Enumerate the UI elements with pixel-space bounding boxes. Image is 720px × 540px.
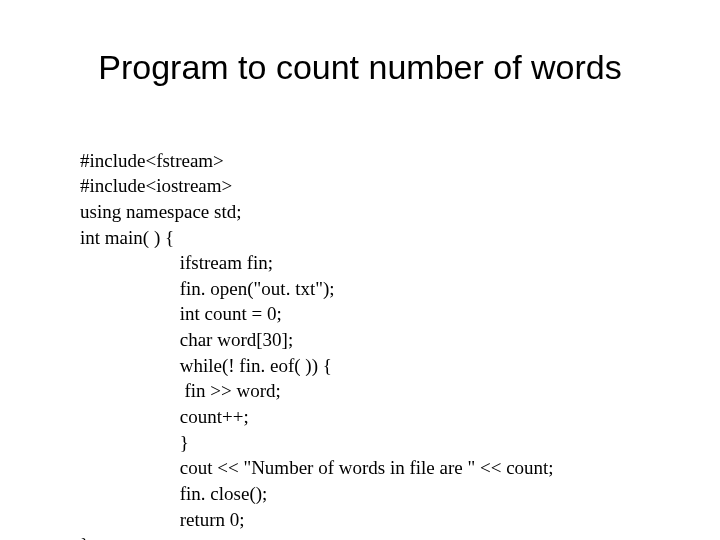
code-line: #include<fstream> (80, 150, 224, 171)
code-line: fin. close(); (80, 483, 267, 504)
code-line: int main( ) { (80, 227, 174, 248)
code-line: return 0; (80, 509, 245, 530)
code-block: #include<fstream> #include<iostream> usi… (80, 122, 554, 540)
code-line: } (80, 534, 89, 540)
code-line: int count = 0; (80, 303, 282, 324)
code-line: count++; (80, 406, 249, 427)
code-line: #include<iostream> (80, 175, 232, 196)
code-line: using namespace std; (80, 201, 241, 222)
code-line: ifstream fin; (80, 252, 273, 273)
code-line: fin >> word; (80, 380, 281, 401)
code-line: while(! fin. eof( )) { (80, 355, 332, 376)
code-line: char word[30]; (80, 329, 293, 350)
slide-title: Program to count number of words (0, 48, 720, 87)
code-line: } (80, 432, 189, 453)
code-line: cout << "Number of words in file are " <… (80, 457, 554, 478)
code-line: fin. open("out. txt"); (80, 278, 335, 299)
slide: Program to count number of words #includ… (0, 0, 720, 540)
